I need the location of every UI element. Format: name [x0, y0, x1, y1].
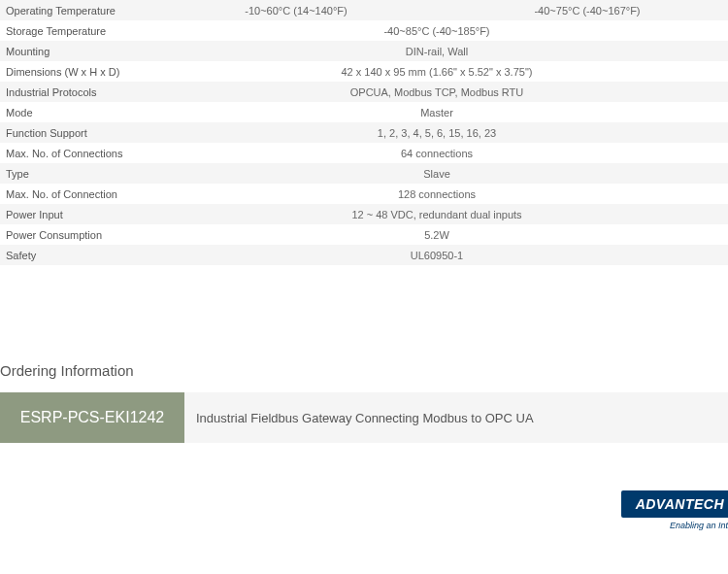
ordering-title: Ordering Information	[0, 362, 728, 379]
table-row: Power Input 12 ~ 48 VDC, redundant dual …	[0, 204, 728, 224]
table-row: Dimensions (W x H x D) 42 x 140 x 95 mm …	[0, 61, 728, 82]
advantech-logo: ADVANTECH Enabling an Int	[621, 490, 728, 530]
logo-tagline: Enabling an Int	[621, 521, 728, 530]
ordering-section: Ordering Information ESRP-PCS-EKI1242 In…	[0, 362, 728, 443]
table-row: Mounting DIN-rail, Wall	[0, 41, 728, 61]
table-row: Mode Master	[0, 102, 728, 122]
table-row: Safety UL60950-1	[0, 245, 728, 265]
spec-value: DIN-rail, Wall	[146, 41, 728, 61]
spec-value: 12 ~ 48 VDC, redundant dual inputs	[146, 204, 728, 224]
table-row: Power Consumption 5.2W	[0, 224, 728, 245]
spec-label: Storage Temperature	[0, 20, 146, 41]
table-row: Type Slave	[0, 163, 728, 184]
ordering-row: ESRP-PCS-EKI1242 Industrial Fieldbus Gat…	[0, 392, 728, 443]
table-row: Operating Temperature -10~60°C (14~140°F…	[0, 0, 728, 20]
spec-value: 64 connections	[146, 143, 728, 163]
spec-label: Max. No. of Connection	[0, 184, 146, 204]
spec-label: Dimensions (W x H x D)	[0, 61, 146, 82]
ordering-code: ESRP-PCS-EKI1242	[0, 392, 184, 443]
table-row: Max. No. of Connection 128 connections	[0, 184, 728, 204]
spec-label: Operating Temperature	[0, 0, 146, 20]
spec-value: OPCUA, Modbus TCP, Modbus RTU	[146, 82, 728, 102]
spec-label: Max. No. of Connections	[0, 143, 146, 163]
table-row: Storage Temperature -40~85°C (-40~185°F)	[0, 20, 728, 41]
spec-value: 42 x 140 x 95 mm (1.66" x 5.52" x 3.75")	[146, 61, 728, 82]
spec-value: 128 connections	[146, 184, 728, 204]
table-row: Max. No. of Connections 64 connections	[0, 143, 728, 163]
spec-label: Industrial Protocols	[0, 82, 146, 102]
spec-label: Mode	[0, 102, 146, 122]
spec-value: 1, 2, 3, 4, 5, 6, 15, 16, 23	[146, 122, 728, 143]
spec-value: UL60950-1	[146, 245, 728, 265]
spec-label: Power Consumption	[0, 224, 146, 245]
table-row: Function Support 1, 2, 3, 4, 5, 6, 15, 1…	[0, 122, 728, 143]
spec-label: Power Input	[0, 204, 146, 224]
logo-text: ADVANTECH	[621, 490, 728, 518]
spec-label: Type	[0, 163, 146, 184]
spec-value: Master	[146, 102, 728, 122]
ordering-desc: Industrial Fieldbus Gateway Connecting M…	[184, 392, 728, 443]
spec-label: Function Support	[0, 122, 146, 143]
spec-value: -10~60°C (14~140°F)	[146, 0, 447, 20]
spec-value: 5.2W	[146, 224, 728, 245]
table-row: Industrial Protocols OPCUA, Modbus TCP, …	[0, 82, 728, 102]
spec-value: -40~85°C (-40~185°F)	[146, 20, 728, 41]
spec-label: Safety	[0, 245, 146, 265]
spec-value: -40~75°C (-40~167°F)	[447, 0, 728, 20]
spec-table: Operating Temperature -10~60°C (14~140°F…	[0, 0, 728, 265]
spec-label: Mounting	[0, 41, 146, 61]
spec-value: Slave	[146, 163, 728, 184]
